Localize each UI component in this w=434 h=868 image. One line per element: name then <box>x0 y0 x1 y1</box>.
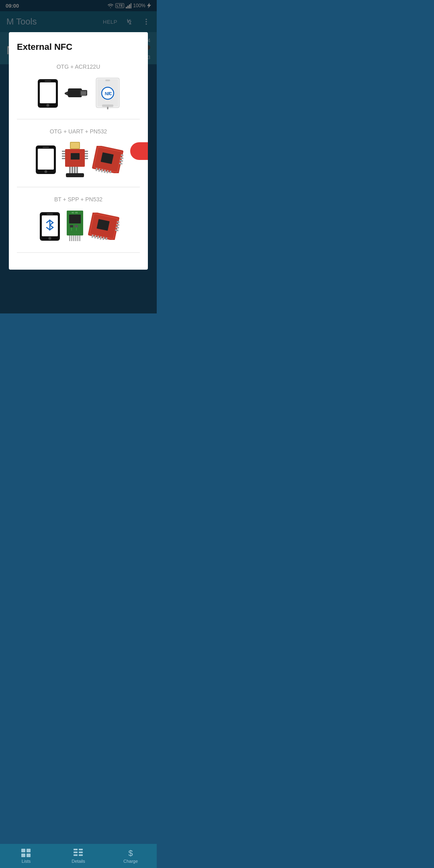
svg-rect-39 <box>85 151 88 152</box>
svg-rect-47 <box>66 173 84 177</box>
svg-rect-68 <box>75 225 78 227</box>
svg-rect-46 <box>76 167 78 173</box>
otg-adapter-icon <box>64 82 90 104</box>
svg-rect-76 <box>77 235 78 241</box>
external-nfc-dialog: External NFC OTG + ACR122U <box>9 32 148 270</box>
svg-rect-20 <box>105 80 110 81</box>
svg-rect-11 <box>68 88 82 97</box>
svg-point-63 <box>48 237 51 240</box>
svg-rect-8 <box>40 82 56 103</box>
svg-rect-35 <box>62 151 65 152</box>
phone-icon-2 <box>34 145 58 175</box>
svg-rect-74 <box>73 235 74 241</box>
svg-rect-41 <box>85 156 88 157</box>
svg-rect-72 <box>69 235 70 241</box>
bt-phone-icon <box>38 211 62 242</box>
svg-rect-64 <box>47 213 53 215</box>
fab-button[interactable] <box>130 142 148 160</box>
svg-rect-36 <box>62 153 65 154</box>
phone-icon-1 <box>36 78 60 108</box>
svg-rect-67 <box>70 225 73 227</box>
divider-3 <box>17 252 140 253</box>
svg-point-9 <box>46 104 49 106</box>
section1-images: NF C <box>17 77 140 109</box>
svg-text:C: C <box>109 92 112 96</box>
section1-label: OTG + ACR122U <box>17 63 140 70</box>
pn532-board-icon <box>92 146 123 173</box>
svg-rect-77 <box>79 235 80 241</box>
svg-rect-66 <box>69 215 81 223</box>
svg-rect-28 <box>38 149 54 170</box>
svg-rect-44 <box>72 167 73 173</box>
svg-rect-32 <box>71 143 79 148</box>
svg-rect-43 <box>69 167 71 173</box>
svg-rect-42 <box>85 158 88 159</box>
svg-text:HC-05: HC-05 <box>72 211 78 214</box>
svg-rect-38 <box>62 158 65 159</box>
bt-module-icon: HC-05 <box>66 210 84 243</box>
svg-rect-45 <box>74 167 76 173</box>
nfc-reader-icon: NF C <box>94 77 121 109</box>
svg-rect-40 <box>85 153 88 154</box>
svg-rect-10 <box>45 80 51 82</box>
pn532-board-icon-2 <box>88 213 119 240</box>
svg-rect-37 <box>62 156 65 157</box>
svg-rect-75 <box>75 235 76 241</box>
svg-rect-25 <box>102 104 113 107</box>
svg-rect-34 <box>71 153 80 160</box>
section3-label: BT + SPP + PN532 <box>17 196 140 203</box>
svg-rect-73 <box>71 235 72 241</box>
svg-point-29 <box>44 170 47 173</box>
section2-label: OTG + UART + PN532 <box>17 128 140 135</box>
uart-module-icon <box>62 142 88 177</box>
divider-2 <box>17 187 140 187</box>
section3-images: HC-05 <box>17 210 140 243</box>
svg-rect-30 <box>43 147 49 148</box>
section2-images <box>17 142 140 177</box>
divider-1 <box>17 119 140 119</box>
dialog-title: External NFC <box>17 42 140 52</box>
